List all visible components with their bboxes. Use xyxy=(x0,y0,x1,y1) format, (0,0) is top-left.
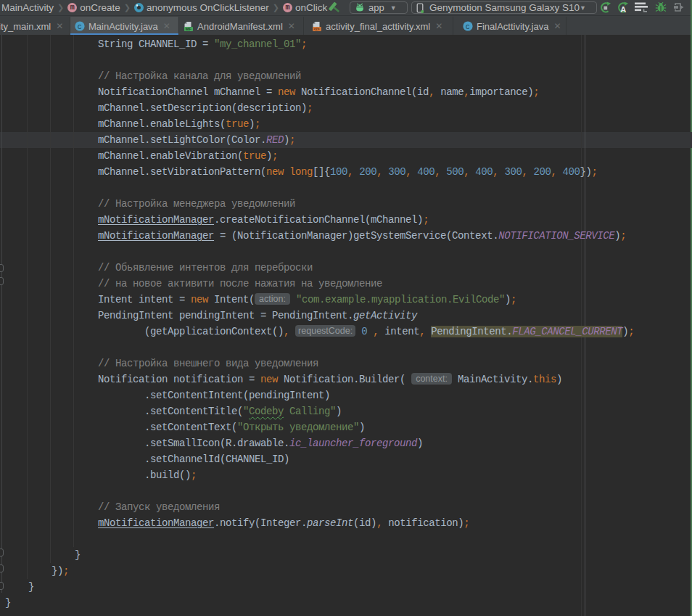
svg-text:C: C xyxy=(78,23,82,31)
svg-text:</>: </> xyxy=(314,27,320,31)
svg-text:A: A xyxy=(620,5,626,14)
svg-text:MF: MF xyxy=(186,27,192,31)
svg-text:C: C xyxy=(466,23,470,31)
